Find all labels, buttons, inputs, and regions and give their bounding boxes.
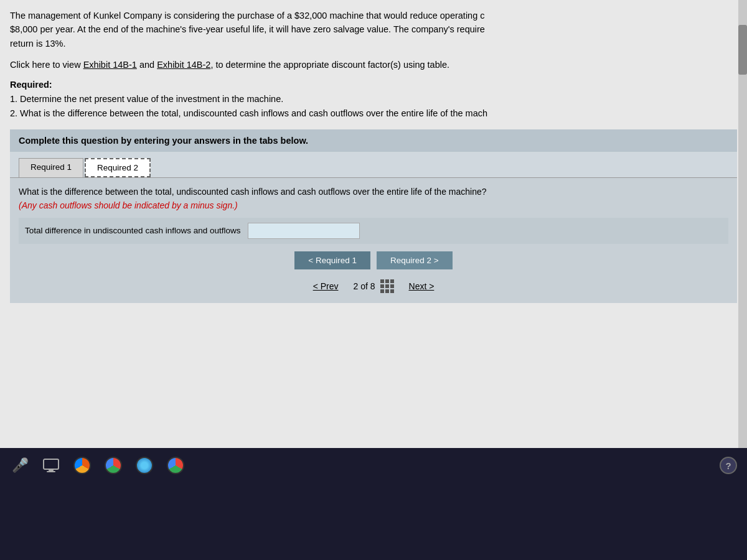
- required2-button[interactable]: Required 2 >: [377, 251, 453, 269]
- firefox-icon[interactable]: [72, 455, 92, 475]
- grid-icon: [380, 279, 394, 293]
- scrollbar[interactable]: [738, 0, 747, 448]
- complete-box-text: Complete this question by entering your …: [19, 136, 308, 146]
- svg-rect-1: [49, 469, 54, 471]
- intro-line2: $8,000 per year. At the end of the machi…: [10, 24, 485, 34]
- next-link[interactable]: Next >: [409, 281, 435, 291]
- tab-required1[interactable]: Required 1: [19, 158, 83, 177]
- microphone-icon[interactable]: 🎤: [10, 455, 30, 475]
- answer-input[interactable]: [248, 223, 360, 239]
- svg-rect-0: [44, 459, 59, 469]
- intro-paragraph: The management of Kunkel Company is cons…: [10, 9, 737, 50]
- required-item-1: 1. Determine the net present value of th…: [10, 92, 737, 106]
- required1-button[interactable]: < Required 1: [294, 251, 370, 269]
- complete-box: Complete this question by entering your …: [10, 129, 737, 152]
- page-indicator: 2 of 8: [353, 279, 393, 293]
- required-heading: Required:: [10, 80, 737, 90]
- bottom-nav-row: < Prev 2 of 8 Next >: [19, 274, 728, 297]
- required-item-2: 2. What is the difference between the to…: [10, 106, 737, 121]
- hint-text: (Any cash outflows should be indicated b…: [19, 200, 238, 210]
- taskbar: 🎤 ?: [0, 448, 747, 483]
- tab-required2[interactable]: Required 2: [85, 158, 151, 177]
- tabs-row: Required 1 Required 2: [19, 158, 728, 177]
- taskbar-right: ?: [720, 457, 737, 474]
- tabs-area: Required 1 Required 2: [10, 152, 737, 177]
- input-label: Total difference in undiscounted cash in…: [25, 226, 240, 235]
- nav-buttons-row: < Required 1 Required 2 >: [19, 251, 728, 269]
- exhibit-line: Click here to view Exhibit 14B-1 and Exh…: [10, 58, 737, 72]
- question-text: What is the difference between the total…: [19, 185, 728, 212]
- svg-rect-2: [47, 471, 55, 472]
- exhibit2-link[interactable]: Exhibit 14B-2: [157, 60, 210, 70]
- blue-icon[interactable]: [134, 455, 154, 475]
- prev-link[interactable]: < Prev: [313, 281, 339, 291]
- exhibit1-link[interactable]: Exhibit 14B-1: [83, 60, 137, 70]
- chrome-icon1[interactable]: [103, 455, 123, 475]
- help-icon[interactable]: ?: [720, 457, 737, 474]
- input-row: Total difference in undiscounted cash in…: [19, 218, 728, 244]
- main-content: The management of Kunkel Company is cons…: [0, 0, 747, 448]
- required-list: 1. Determine the net present value of th…: [10, 92, 737, 121]
- intro-line3: return is 13%.: [10, 39, 65, 49]
- intro-line1: The management of Kunkel Company is cons…: [10, 11, 485, 21]
- chrome-icon2[interactable]: [166, 455, 186, 475]
- tab-content: What is the difference between the total…: [10, 177, 737, 302]
- scrollbar-thumb[interactable]: [738, 25, 747, 75]
- monitor-icon[interactable]: [41, 455, 61, 475]
